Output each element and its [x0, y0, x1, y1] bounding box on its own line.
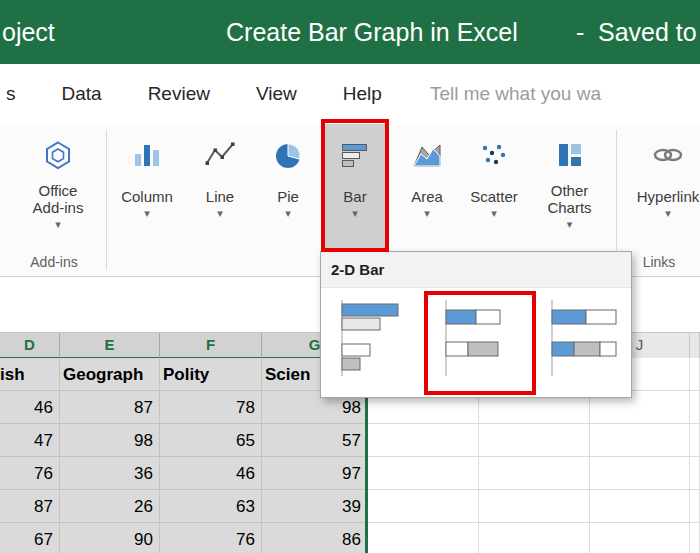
cell[interactable]: 76 — [160, 523, 262, 553]
hyperlink-icon — [652, 134, 684, 176]
chevron-down-icon[interactable]: ▾ — [144, 208, 150, 218]
cell[interactable]: Polity — [160, 358, 262, 391]
chevron-down-icon[interactable]: ▾ — [424, 208, 430, 218]
cell — [690, 523, 700, 553]
cell[interactable]: 90 — [60, 523, 160, 553]
ribbon-tab-bar: s Data Review View Help Tell me what you… — [0, 64, 700, 124]
cell[interactable] — [590, 424, 690, 457]
hyperlink-button[interactable]: Hyperlink ▾ — [624, 124, 700, 250]
cell[interactable]: 39 — [262, 490, 368, 523]
cell[interactable]: 97 — [262, 457, 368, 490]
cell[interactable] — [368, 457, 479, 490]
cell[interactable]: ish — [0, 358, 60, 391]
chevron-down-icon[interactable]: ▾ — [352, 208, 358, 218]
bar-chart-icon — [340, 134, 370, 176]
save-status-text: Saved to — [598, 0, 700, 64]
cell[interactable] — [590, 490, 690, 523]
dropdown-section-title: 2-D Bar — [321, 252, 631, 288]
cell[interactable] — [479, 457, 590, 490]
cell[interactable] — [479, 490, 590, 523]
ribbon-group-divider — [106, 130, 107, 270]
insert-bar-chart-button[interactable]: Bar ▾ — [324, 124, 386, 250]
cell[interactable] — [368, 523, 479, 553]
insert-line-chart-button[interactable]: Line ▾ — [187, 124, 253, 250]
button-label: Line — [206, 188, 234, 205]
option-100-stacked-bar[interactable] — [543, 296, 625, 382]
button-label: Column — [121, 188, 173, 205]
window-title: Create Bar Graph in Excel — [226, 0, 518, 64]
sheet-row: 87 26 63 39 — [0, 490, 700, 523]
cell[interactable]: 47 — [0, 424, 60, 457]
tab-help[interactable]: Help — [343, 83, 382, 105]
area-chart-icon — [412, 134, 442, 176]
cell[interactable] — [368, 424, 479, 457]
insert-area-chart-button[interactable]: Area ▾ — [394, 124, 460, 250]
cell[interactable] — [590, 523, 690, 553]
line-chart-icon — [205, 134, 235, 176]
other-charts-button[interactable]: Other Charts ▾ — [532, 124, 607, 250]
cell[interactable]: 26 — [60, 490, 160, 523]
cell[interactable]: 86 — [262, 523, 368, 553]
chevron-down-icon[interactable]: ▾ — [285, 208, 291, 218]
group-label-add-ins: Add-ins — [0, 254, 108, 270]
cell[interactable]: 98 — [60, 424, 160, 457]
cell[interactable]: 87 — [60, 391, 160, 424]
cell[interactable]: 67 — [0, 523, 60, 553]
cell — [690, 391, 700, 424]
pie-chart-icon — [273, 134, 303, 176]
column-header-d[interactable]: D — [0, 333, 60, 359]
cell[interactable]: 76 — [0, 457, 60, 490]
cell[interactable]: 36 — [60, 457, 160, 490]
cell[interactable]: 78 — [160, 391, 262, 424]
tab-formulas-partial[interactable]: s — [6, 83, 16, 105]
ribbon-group-divider — [616, 130, 617, 270]
button-label: Hyperlink — [637, 188, 700, 205]
tell-me-search-input[interactable]: Tell me what you wa — [430, 83, 601, 105]
tab-review[interactable]: Review — [148, 83, 210, 105]
sheet-row: 76 36 46 97 — [0, 457, 700, 490]
sheet-row: 47 98 65 57 — [0, 424, 700, 457]
chevron-down-icon[interactable]: ▾ — [567, 219, 573, 229]
office-add-ins-button[interactable]: Office Add-ins ▾ — [18, 124, 98, 250]
cell[interactable]: 46 — [160, 457, 262, 490]
title-separator: - — [576, 0, 584, 64]
insert-column-chart-button[interactable]: Column ▾ — [114, 124, 180, 250]
window-titlebar: oject Create Bar Graph in Excel - Saved … — [0, 0, 700, 64]
cell[interactable] — [590, 457, 690, 490]
cell[interactable]: 65 — [160, 424, 262, 457]
cell[interactable] — [368, 490, 479, 523]
cell[interactable] — [479, 424, 590, 457]
tab-data[interactable]: Data — [62, 83, 102, 105]
cell — [690, 424, 700, 457]
chevron-down-icon[interactable]: ▾ — [217, 208, 223, 218]
button-label: Other Charts — [538, 182, 602, 216]
column-header-filler — [690, 333, 700, 359]
option-stacked-bar[interactable] — [437, 296, 519, 382]
cell — [690, 457, 700, 490]
cell[interactable]: 57 — [262, 424, 368, 457]
column-header-e[interactable]: E — [60, 333, 160, 359]
cell[interactable]: 87 — [0, 490, 60, 523]
button-label: Area — [411, 188, 443, 205]
tab-view[interactable]: View — [256, 83, 297, 105]
scatter-chart-icon — [479, 134, 509, 176]
cell[interactable]: 46 — [0, 391, 60, 424]
column-chart-icon — [132, 134, 162, 176]
office-add-ins-icon — [43, 134, 73, 176]
insert-pie-chart-button[interactable]: Pie ▾ — [255, 124, 321, 250]
chevron-down-icon[interactable]: ▾ — [491, 208, 497, 218]
chevron-down-icon[interactable]: ▾ — [55, 219, 61, 229]
option-clustered-bar[interactable] — [333, 296, 415, 382]
button-label: Pie — [277, 188, 299, 205]
cell — [690, 358, 700, 391]
cell[interactable]: Geograph — [60, 358, 160, 391]
column-header-f[interactable]: F — [160, 333, 262, 359]
insert-scatter-chart-button[interactable]: Scatter ▾ — [461, 124, 527, 250]
chevron-down-icon[interactable]: ▾ — [665, 208, 671, 218]
bar-chart-dropdown: 2-D Bar — [320, 251, 632, 398]
button-label: Scatter — [470, 188, 518, 205]
cell[interactable] — [479, 523, 590, 553]
dropdown-options — [321, 288, 631, 398]
cell[interactable]: 63 — [160, 490, 262, 523]
button-label: Bar — [343, 188, 366, 205]
